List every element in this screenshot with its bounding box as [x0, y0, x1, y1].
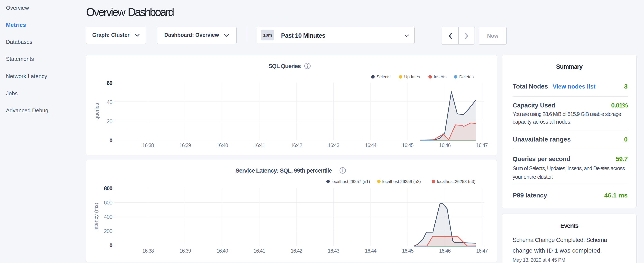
svg-text:400: 400: [104, 214, 112, 220]
svg-text:16:44: 16:44: [365, 248, 376, 254]
svg-text:60: 60: [106, 80, 112, 86]
svg-text:16:42: 16:42: [291, 248, 302, 254]
svg-text:16:43: 16:43: [328, 248, 340, 254]
svg-text:16:46: 16:46: [439, 142, 451, 148]
svg-text:0: 0: [110, 242, 112, 248]
svg-text:16:44: 16:44: [365, 142, 376, 148]
svg-text:16:41: 16:41: [254, 248, 265, 254]
svg-text:16:39: 16:39: [180, 248, 191, 254]
svg-text:Inserts: Inserts: [434, 75, 446, 79]
svg-text:16:46: 16:46: [439, 248, 451, 254]
svg-text:16:43: 16:43: [328, 142, 340, 148]
svg-text:16:38: 16:38: [142, 248, 154, 254]
svg-text:600: 600: [104, 199, 112, 206]
svg-text:16:40: 16:40: [216, 248, 228, 254]
svg-text:localhost:26259 (n2): localhost:26259 (n2): [382, 179, 421, 184]
svg-text:16:40: 16:40: [216, 142, 228, 148]
svg-text:localhost:26257 (n1): localhost:26257 (n1): [332, 179, 370, 184]
svg-text:16:47: 16:47: [476, 142, 488, 148]
svg-text:queries: queries: [94, 103, 100, 120]
svg-text:Updates: Updates: [404, 75, 420, 79]
svg-text:0: 0: [110, 137, 112, 144]
svg-text:20: 20: [106, 118, 112, 124]
svg-text:16:39: 16:39: [180, 142, 191, 148]
svg-text:Deletes: Deletes: [459, 75, 474, 79]
svg-text:localhost:26258 (n3): localhost:26258 (n3): [437, 179, 476, 184]
svg-text:Selects: Selects: [376, 75, 390, 79]
svg-text:200: 200: [104, 228, 112, 234]
svg-text:16:38: 16:38: [142, 142, 154, 148]
svg-text:16:45: 16:45: [402, 142, 414, 148]
svg-text:16:47: 16:47: [476, 248, 488, 254]
svg-text:16:41: 16:41: [254, 142, 265, 148]
svg-text:Service Latency: SQL, 99th per: Service Latency: SQL, 99th percentile: [236, 167, 332, 174]
svg-text:800: 800: [104, 185, 112, 191]
svg-text:40: 40: [106, 99, 112, 105]
svg-text:SQL Queries: SQL Queries: [268, 63, 301, 69]
svg-text:latency (ms): latency (ms): [93, 203, 99, 231]
svg-text:16:45: 16:45: [402, 248, 414, 254]
svg-text:16:42: 16:42: [291, 142, 302, 148]
